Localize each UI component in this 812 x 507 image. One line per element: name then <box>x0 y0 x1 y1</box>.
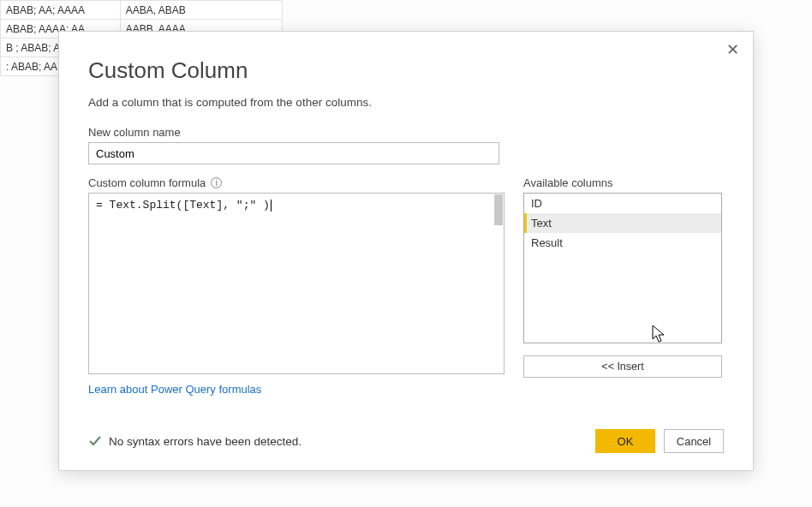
available-columns-list[interactable]: ID Text Result <box>523 193 722 343</box>
check-icon <box>88 434 102 448</box>
new-column-name-label: New column name <box>88 126 724 139</box>
table-row: ABAB; AA; AAAAAABA, ABAB <box>1 1 283 20</box>
dialog-title: Custom Column <box>88 57 724 84</box>
info-icon[interactable]: i <box>211 177 222 188</box>
formula-label: Custom column formula i <box>88 176 505 189</box>
close-icon[interactable]: ✕ <box>726 42 739 57</box>
list-item[interactable]: ID <box>524 194 721 213</box>
list-item[interactable]: Text <box>524 213 721 233</box>
new-column-name-input[interactable] <box>88 142 499 164</box>
ok-button[interactable]: OK <box>595 429 655 453</box>
status-text: No syntax errors have been detected. <box>109 435 302 448</box>
list-item[interactable]: Result <box>524 233 721 253</box>
formula-input[interactable]: = Text.Split([Text], ";" ) <box>88 193 505 374</box>
scrollbar-thumb[interactable] <box>494 194 503 225</box>
cancel-button[interactable]: Cancel <box>664 429 724 453</box>
learn-link[interactable]: Learn about Power Query formulas <box>88 383 261 396</box>
custom-column-dialog: ✕ Custom Column Add a column that is com… <box>58 31 754 471</box>
insert-button[interactable]: << Insert <box>523 355 722 378</box>
available-columns-label: Available columns <box>523 176 722 189</box>
dialog-subtitle: Add a column that is computed from the o… <box>88 96 724 109</box>
